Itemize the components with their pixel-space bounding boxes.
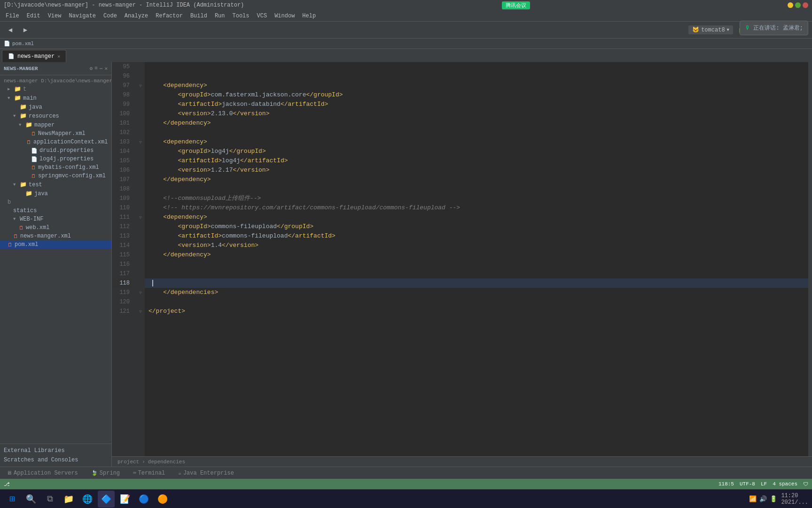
run-config-dropdown-icon[interactable]: ▼ [727, 28, 729, 32]
sidebar-item-test[interactable]: ▼ 📁 test [0, 180, 111, 189]
code-line[interactable] [145, 260, 808, 269]
vertical-scrollbar[interactable] [808, 62, 812, 456]
code-line[interactable]: </project> [145, 307, 808, 316]
sidebar-item-appctx[interactable]: 🗒 applicationContext.xml [0, 138, 111, 146]
sidebar-item-news-manger-xml[interactable]: 🗒 news-manger.xml [0, 232, 111, 240]
menu-vcs[interactable]: VCS [253, 12, 271, 20]
code-token: < [148, 109, 181, 119]
taskbar-windows-btn[interactable]: ⊞ [4, 491, 21, 508]
bottom-tab-spring[interactable]: 🍃 Spring [88, 469, 123, 477]
code-line[interactable] [145, 269, 808, 278]
code-editor[interactable]: 9596979899100101102103104105106107108109… [112, 62, 812, 456]
code-line[interactable]: <groupId>log4j</groupId> [145, 147, 808, 156]
code-line[interactable]: <dependency> [145, 81, 808, 90]
taskbar-chrome-btn[interactable]: 🌐 [79, 491, 96, 508]
code-line[interactable] [145, 184, 808, 194]
fold-button[interactable]: ▽ [139, 83, 141, 88]
code-line[interactable]: <version>2.13.0</version> [145, 109, 808, 119]
sidebar-settings-icon[interactable]: ⚙ [90, 65, 93, 71]
menu-edit[interactable]: Edit [23, 12, 44, 20]
sidebar-item-springmvc[interactable]: 🗒 springmvc-config.xml [0, 172, 111, 180]
tab-news-manger[interactable]: 📄 news-manger ✕ [2, 50, 66, 62]
taskbar-app1-btn[interactable]: 📝 [117, 491, 133, 508]
code-line[interactable]: <version>1.4</version> [145, 241, 808, 250]
code-line[interactable]: <groupId>com.fasterxml.jackson.core</gro… [145, 90, 808, 100]
sidebar-item-druid[interactable]: 📄 druid.properties [0, 146, 111, 155]
code-line[interactable] [145, 297, 808, 307]
code-line[interactable]: <artifactId>log4j</artifactId> [145, 156, 808, 166]
sidebar-item-webxml[interactable]: 🗒 web.xml [0, 223, 111, 232]
menu-navigate[interactable]: Navigate [65, 12, 100, 20]
fold-button[interactable]: ▽ [139, 290, 141, 295]
fold-button[interactable]: ▽ [139, 140, 141, 145]
menu-code[interactable]: Code [100, 12, 121, 20]
sidebar-gear-icon[interactable]: ⋯ [100, 65, 103, 71]
menu-tools[interactable]: Tools [229, 12, 253, 20]
maximize-button[interactable] [795, 2, 801, 8]
code-line[interactable]: <groupId>commons-fileupload</groupId> [145, 222, 808, 231]
sidebar-item-resources[interactable]: ▼ 📁 resources [0, 111, 111, 120]
bottom-tab-java-enterprise[interactable]: ☕ Java Enterprise [175, 469, 237, 477]
sidebar-collapse-icon[interactable]: ≡ [94, 65, 98, 71]
sidebar-item-java[interactable]: 📁 java [0, 103, 111, 111]
close-button[interactable] [803, 2, 808, 8]
sidebar-item-extlib[interactable]: External Libraries [0, 446, 111, 455]
fold-button[interactable]: ▽ [139, 215, 141, 220]
taskbar-idea-btn[interactable]: 🔷 [98, 491, 115, 508]
taskbar-explorer-btn[interactable]: 📁 [60, 491, 77, 508]
code-line[interactable]: <artifactId>commons-fileupload</artifact… [145, 231, 808, 241]
code-line[interactable]: <!--commonsupload上传组件--> [145, 194, 808, 203]
code-line[interactable]: <dependency> [145, 137, 808, 147]
battery-icon[interactable]: 🔋 [770, 495, 777, 503]
code-line[interactable]: <!-- https://mvnrepository.com/artifact/… [145, 203, 808, 213]
network-icon[interactable]: 📶 [749, 495, 757, 503]
code-line[interactable] [145, 278, 808, 288]
menu-view[interactable]: View [44, 12, 65, 20]
menu-window[interactable]: Window [271, 12, 298, 20]
volume-icon[interactable]: 🔊 [759, 495, 767, 503]
menu-refactor[interactable]: Refactor [152, 12, 187, 20]
run-config-selector[interactable]: 🐱 tomcat8 ▼ [688, 25, 733, 34]
code-line[interactable] [145, 128, 808, 137]
nav-back-button[interactable]: ◀ [4, 24, 17, 37]
code-line[interactable]: <dependency> [145, 213, 808, 222]
tencent-badge[interactable]: 腾讯会议 [502, 1, 530, 9]
sidebar-item-target[interactable]: ▶ 📁 t [0, 85, 111, 94]
menu-file[interactable]: File [2, 12, 23, 20]
tab-close-button[interactable]: ✕ [57, 54, 60, 59]
fold-button[interactable]: ▽ [139, 309, 141, 314]
sidebar-item-test-java[interactable]: 📁 java [0, 189, 111, 198]
sidebar-item-pom[interactable]: 🗒 pom.xml [0, 240, 111, 249]
menu-run[interactable]: Run [211, 12, 229, 20]
code-line[interactable]: <artifactId>jackson-databind</artifactId… [145, 100, 808, 109]
taskbar-search-btn[interactable]: 🔍 [23, 491, 39, 508]
sidebar-item-main[interactable]: ▼ 📁 main [0, 94, 111, 103]
minimize-button[interactable] [788, 2, 793, 8]
sidebar-item-statics[interactable]: statics [0, 206, 111, 215]
taskbar-app2-btn[interactable]: 🔵 [135, 491, 152, 508]
bottom-tab-terminal[interactable]: ⌨ Terminal [130, 469, 168, 477]
sidebar-item-mapper[interactable]: ▼ 📁 mapper [0, 120, 111, 129]
taskbar-taskview-btn[interactable]: ⧉ [41, 491, 58, 508]
code-line[interactable] [145, 71, 808, 81]
menu-analyze[interactable]: Analyze [121, 12, 152, 20]
taskbar-app3-btn[interactable]: 🟠 [154, 491, 171, 508]
code-line[interactable]: </dependency> [145, 175, 808, 184]
sidebar-item-newsmapper[interactable]: 🗒 NewsMapper.xml [0, 129, 111, 138]
nav-forward-button[interactable]: ▶ [19, 24, 32, 37]
sidebar-item-consoles[interactable]: Scratches and Consoles [0, 455, 111, 465]
code-content[interactable]: <dependency> <groupId>com.fasterxml.jack… [145, 62, 808, 456]
code-line[interactable]: </dependency> [145, 250, 808, 260]
code-line[interactable]: <version>1.2.17</version> [145, 166, 808, 175]
sidebar-item-b[interactable]: b [0, 198, 111, 206]
code-line[interactable]: </dependencies> [145, 288, 808, 297]
sidebar-item-webinf[interactable]: ▼ WEB-INF [0, 215, 111, 223]
sidebar-item-mybatis[interactable]: 🗒 mybatis-config.xml [0, 163, 111, 172]
code-line[interactable]: </dependency> [145, 119, 808, 128]
code-line[interactable] [145, 62, 808, 71]
bottom-tab-app-servers[interactable]: 🖥 Application Servers [4, 469, 81, 477]
menu-build[interactable]: Build [187, 12, 211, 20]
menu-help[interactable]: Help [298, 12, 320, 20]
sidebar-item-log4j[interactable]: 📄 log4j.properties [0, 155, 111, 163]
sidebar-close-icon[interactable]: ✕ [104, 65, 108, 71]
